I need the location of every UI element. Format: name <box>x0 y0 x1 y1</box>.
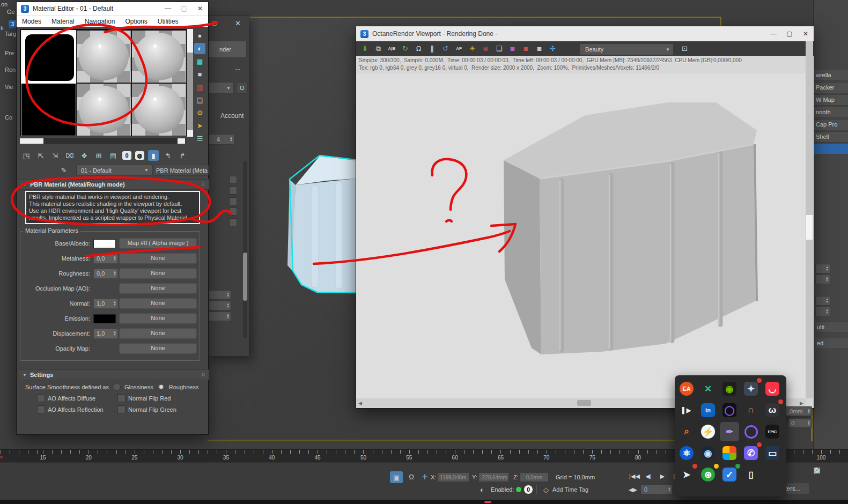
white-balance-icon[interactable]: ☀ <box>468 44 477 53</box>
octane-vscrollbar[interactable] <box>806 41 813 398</box>
medal-app-icon[interactable]: ▌▶ <box>680 403 694 417</box>
refresh-render-icon[interactable]: ↺ <box>441 44 450 53</box>
minimize-button[interactable]: — <box>160 2 176 15</box>
settings-checkbox[interactable] <box>117 394 126 402</box>
turbo-mode-icon[interactable]: ✣ <box>548 44 557 53</box>
save-render-icon[interactable]: ⇓ <box>360 44 370 53</box>
ab-compare-icon[interactable]: A|B <box>387 44 396 53</box>
put-to-library-icon[interactable]: ⊞ <box>93 150 104 161</box>
dialog-checkbox[interactable] <box>229 197 237 205</box>
microsoft-app-icon[interactable] <box>722 446 736 460</box>
lightning-app-icon[interactable]: ⚡ <box>701 425 715 439</box>
material-editor-titlebar[interactable]: 3 Material Editor - 01 - Default — ▢ ✕ <box>17 2 208 15</box>
slots-scrollbar-vertical[interactable] <box>187 29 193 137</box>
music-app-icon[interactable]: ◡ <box>765 382 779 396</box>
render-button-fragment[interactable]: nder <box>204 41 247 58</box>
dialog-spinner[interactable]: ▲▼ <box>209 312 231 321</box>
background-icon[interactable]: ▦ <box>194 56 205 67</box>
usb-device-icon[interactable]: ▯ <box>744 468 758 481</box>
glossiness-radio[interactable] <box>113 383 121 391</box>
viber-icon[interactable]: ✆ <box>744 446 758 460</box>
dialog-scrollbar-thumb[interactable] <box>243 253 247 301</box>
key-mode-toggle[interactable]: ◀▶ <box>629 486 637 493</box>
modifier-button[interactable]: Packer <box>813 82 848 93</box>
video-color-check-icon[interactable]: ▥ <box>194 81 205 93</box>
roughness-radio[interactable] <box>157 383 165 391</box>
go-start-button[interactable]: |◀◀ <box>629 470 640 482</box>
more-options-dots[interactable]: … <box>235 65 241 71</box>
dialog-spinner[interactable]: 4▲▼ <box>209 134 234 145</box>
restart-render-icon[interactable]: ↻ <box>401 44 410 53</box>
modifier-button[interactable]: Cap Pro <box>813 119 848 130</box>
dialog-maximize-button[interactable]: ▢ <box>211 19 217 26</box>
isolate-selection-toggle[interactable]: ▣ <box>390 471 403 483</box>
y-coordinate-field[interactable]: -228,64mm <box>478 472 509 482</box>
octane-vscrollbar-thumb[interactable] <box>806 215 813 240</box>
pbr-rollout-header[interactable]: ▼PBR Material (Metal/Rough mode)⠿ <box>19 179 209 190</box>
settings-rollout-header[interactable]: ▼Settings⠿ <box>19 369 209 380</box>
panel-spinner[interactable]: ▲▼ <box>815 264 830 273</box>
epic-games-icon[interactable]: EPIC <box>765 425 779 439</box>
nvidia-settings-icon[interactable]: ◉ <box>722 382 736 396</box>
param-map-button[interactable]: None <box>119 283 197 294</box>
param-swatch[interactable] <box>93 314 116 323</box>
modifier-selected-row[interactable] <box>813 144 848 154</box>
right-field-mm[interactable]: ,0mm▲▼ <box>785 406 812 416</box>
menu-item[interactable]: Modes <box>22 18 41 25</box>
close-button[interactable]: ✕ <box>192 2 208 15</box>
sample-slot-sphere[interactable] <box>76 30 131 83</box>
assign-material-to-selection-icon[interactable]: ⇲ <box>50 150 61 161</box>
purple-ring-app-icon[interactable]: ◯ <box>722 403 736 417</box>
enabled-count-badge[interactable]: 0 <box>524 485 533 494</box>
globe-vpn-icon[interactable]: ⊛ <box>701 468 715 481</box>
dialog-scrollbar[interactable] <box>243 161 247 338</box>
go-forward-sibling-icon[interactable]: ↱ <box>177 150 188 161</box>
lock-image-icon[interactable]: Ω <box>414 44 423 53</box>
settings-checkbox[interactable] <box>37 394 45 402</box>
save-material-icon[interactable]: ▤ <box>108 150 119 161</box>
dialog-spinner[interactable]: ▲▼ <box>209 301 231 310</box>
octane-hscrollbar-thumb[interactable] <box>577 400 591 406</box>
base-color-swatch[interactable] <box>93 239 116 248</box>
selected-hex-object[interactable] <box>279 152 356 295</box>
panel-spinner[interactable]: ▲▼ <box>815 275 830 284</box>
scroll-left-arrow[interactable]: ◀ <box>356 401 362 406</box>
x-coordinate-field[interactable]: 1199,546m <box>437 472 469 482</box>
panel-spinner[interactable]: ▲▼ <box>815 307 830 316</box>
param-spinner[interactable]: 1,0▲▼ <box>93 329 118 339</box>
dialog-checkbox[interactable] <box>229 207 237 216</box>
param-map-button[interactable]: None <box>119 343 197 354</box>
settings-checkbox[interactable] <box>117 405 126 413</box>
maximize-button[interactable]: ▢ <box>176 2 192 15</box>
render-region-icon[interactable]: ◙ <box>508 44 517 53</box>
close-button[interactable]: ✕ <box>798 26 814 41</box>
dialog-dropdown[interactable]: ▼ <box>209 82 233 94</box>
atom-app-icon[interactable]: ⚛ <box>680 446 694 460</box>
param-spinner[interactable]: 0,0▲▼ <box>93 269 118 279</box>
z-coordinate-field[interactable]: 0,0mm <box>520 472 549 482</box>
orange-hat-app-icon[interactable]: ∩ <box>744 403 758 417</box>
show-end-result-icon[interactable]: ▮ <box>148 150 159 161</box>
select-by-material-icon[interactable]: ➤ <box>194 120 205 131</box>
purple-ring-icon[interactable] <box>744 425 758 439</box>
dialog-close-button[interactable]: ✕ <box>235 19 241 27</box>
param-map-button[interactable]: None <box>119 268 197 279</box>
get-material-icon[interactable]: ◳ <box>21 150 32 161</box>
scroll-right-arrow[interactable]: ▶ <box>800 401 806 406</box>
param-map-button[interactable]: None <box>119 328 197 339</box>
ea-app-icon[interactable]: EA <box>680 382 694 396</box>
backlight-icon[interactable]: ◐ <box>194 43 205 54</box>
linkedin-icon[interactable]: in <box>701 403 715 417</box>
modifier-button[interactable]: wrella <box>813 70 848 81</box>
make-material-copy-icon[interactable]: ❖ <box>79 150 90 161</box>
autofocus-icon[interactable]: AF <box>454 44 463 53</box>
material-type-button[interactable]: PBR Material (Meta <box>153 165 209 176</box>
menu-item[interactable]: Options <box>125 18 147 25</box>
modifier-button[interactable]: W Map <box>813 94 848 106</box>
render-pass-dropdown[interactable]: Beauty ▼ <box>579 43 674 55</box>
right-field-zero[interactable]: 0▲▼ <box>788 418 812 428</box>
sample-type-icon[interactable]: ● <box>194 30 205 41</box>
stop-render-icon[interactable]: ⊗ <box>481 44 490 53</box>
dialog-checkbox[interactable] <box>229 187 237 195</box>
minimize-button[interactable]: — <box>765 26 781 41</box>
